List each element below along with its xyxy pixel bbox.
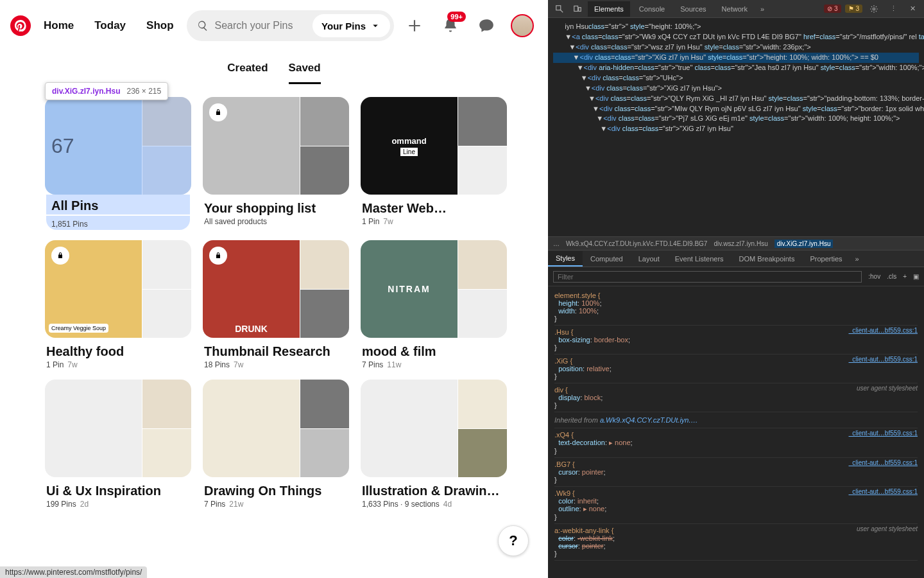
board-shopping-list[interactable]: Your shopping list All saved products xyxy=(203,97,349,230)
nav-shop[interactable]: Shop xyxy=(139,10,182,41)
board-title: Your shopping list xyxy=(204,201,348,216)
board-cover: 67 xyxy=(45,97,191,195)
board-mood-film[interactable]: NITRAM mood & film 7 Pins11w xyxy=(361,240,507,369)
error-count-badge[interactable]: ⊘ 3 xyxy=(824,4,841,13)
board-meta: 1,851 Pins xyxy=(46,216,190,230)
pinterest-app: Home Today Shop Your Pins 99+ Created Sa… xyxy=(0,0,548,578)
subtab-layout[interactable]: Layout xyxy=(631,252,667,266)
toggle-cls[interactable]: .cls xyxy=(887,273,896,280)
board-title: Ui & Ux Inspiration xyxy=(46,484,190,498)
search-icon xyxy=(197,20,209,31)
new-style-rule-icon[interactable]: + xyxy=(903,273,907,280)
more-tabs-icon[interactable]: » xyxy=(757,5,768,13)
tab-created[interactable]: Created xyxy=(227,57,268,84)
tab-sources[interactable]: Sources xyxy=(674,1,712,17)
board-title: All Pins xyxy=(46,195,190,215)
board-title: mood & film xyxy=(362,344,506,359)
devtools: Elements Console Sources Network » ⊘ 3 ⚑… xyxy=(548,0,924,578)
dom-breadcrumb[interactable]: … Wk9.xQ4.CCY.czT.DUt.iyn.kVc.FTD.L4E.DI… xyxy=(548,236,924,250)
styles-filter-input[interactable] xyxy=(553,271,862,283)
board-master-web[interactable]: ommandLine Master Web… 1 Pin7w xyxy=(361,97,507,230)
subtab-properties[interactable]: Properties xyxy=(802,252,850,266)
board-title: Healthy food xyxy=(46,344,190,359)
tab-saved[interactable]: Saved xyxy=(289,57,321,84)
styles-rules[interactable]: element.style { height: 100%; width: 100… xyxy=(548,286,924,578)
svg-rect-2 xyxy=(579,7,581,11)
profile-avatar[interactable] xyxy=(507,10,538,41)
soup-caption: Creamy Veggie Soup xyxy=(49,324,108,333)
board-title: Master Web… xyxy=(362,201,506,216)
board-all-pins[interactable]: 67 All Pins 1,851 Pins xyxy=(45,97,191,230)
subtab-dombreakpoints[interactable]: DOM Breakpoints xyxy=(732,252,803,266)
search-scope-label: Your Pins xyxy=(321,21,366,31)
device-toggle-icon[interactable] xyxy=(570,1,585,17)
styles-filter-row: :hov .cls + ▣ xyxy=(548,267,924,286)
board-healthy-food[interactable]: Creamy Veggie Soup Healthy food 1 Pin7w xyxy=(45,240,191,369)
lock-icon xyxy=(51,247,69,265)
devtools-tabbar: Elements Console Sources Network » ⊘ 3 ⚑… xyxy=(548,0,924,18)
subtab-eventlisteners[interactable]: Event Listeners xyxy=(667,252,732,266)
help-fab[interactable]: ? xyxy=(498,525,529,556)
subtab-computed[interactable]: Computed xyxy=(583,252,631,266)
status-url: https://www.pinterest.com/mstflotfy/pins… xyxy=(0,566,147,578)
toggle-hov[interactable]: :hov xyxy=(868,273,880,280)
search-scope-pill[interactable]: Your Pins xyxy=(312,14,390,37)
board-drawing-on-things[interactable]: Drawing On Things 7 Pins21w xyxy=(203,380,349,509)
lock-icon xyxy=(209,103,227,121)
search-bar[interactable]: Your Pins xyxy=(187,10,394,41)
nav-today[interactable]: Today xyxy=(87,10,133,41)
inspect-element-icon[interactable] xyxy=(552,1,567,17)
board-illustration[interactable]: Illustration & Drawing… 1,633 Pins · 9 s… xyxy=(361,380,507,509)
inspect-selector: div.XiG.zI7.iyn.Hsu xyxy=(52,87,120,96)
computed-panel-icon[interactable]: ▣ xyxy=(913,273,919,280)
kebab-icon[interactable]: ⋮ xyxy=(886,1,901,17)
tab-elements[interactable]: Elements xyxy=(588,1,630,17)
board-title: Thumbnail Research xyxy=(204,344,348,359)
board-title: Drawing On Things xyxy=(204,484,348,498)
boards-grid: 67 All Pins 1,851 Pins Your shopping lis… xyxy=(0,84,548,534)
pinterest-icon xyxy=(15,20,26,31)
dom-tree[interactable]: iyn Hsuclass="str">" style="height: 100%… xyxy=(548,18,924,236)
warning-count-badge[interactable]: ⚑ 3 xyxy=(845,4,862,13)
notifications-button[interactable]: 99+ xyxy=(435,10,466,41)
board-title: Illustration & Drawing… xyxy=(362,484,506,498)
nav-home[interactable]: Home xyxy=(36,10,81,41)
plus-icon xyxy=(406,17,423,34)
add-button[interactable] xyxy=(399,10,430,41)
messages-button[interactable] xyxy=(471,10,502,41)
more-subtabs-icon[interactable]: » xyxy=(850,255,864,263)
chevron-down-icon xyxy=(370,20,381,31)
all-pins-number: 67 xyxy=(51,134,74,158)
board-thumbnail-research[interactable]: DRUNK Thumbnail Research 18 Pins7w xyxy=(203,240,349,369)
profile-tabs: Created Saved xyxy=(0,57,548,84)
styles-subtabs: Styles Computed Layout Event Listeners D… xyxy=(548,250,924,267)
board-ui-ux[interactable]: Ui & Ux Inspiration 199 Pins2d xyxy=(45,380,191,509)
subtab-styles[interactable]: Styles xyxy=(548,251,583,267)
svg-point-3 xyxy=(873,8,875,10)
notif-badge: 99+ xyxy=(447,12,466,22)
tab-console[interactable]: Console xyxy=(633,1,671,17)
inspect-dimensions: 236 × 215 xyxy=(126,87,161,96)
element-inspect-tooltip: div.XiG.zI7.iyn.Hsu 236 × 215 xyxy=(45,82,168,100)
pinterest-logo[interactable] xyxy=(10,15,31,36)
svg-rect-1 xyxy=(574,6,578,11)
chat-icon xyxy=(478,17,495,34)
settings-icon[interactable] xyxy=(866,1,882,17)
close-icon[interactable]: ✕ xyxy=(905,1,920,17)
lock-icon xyxy=(209,247,227,265)
header: Home Today Shop Your Pins 99+ xyxy=(0,0,548,51)
tab-network[interactable]: Network xyxy=(715,1,754,17)
